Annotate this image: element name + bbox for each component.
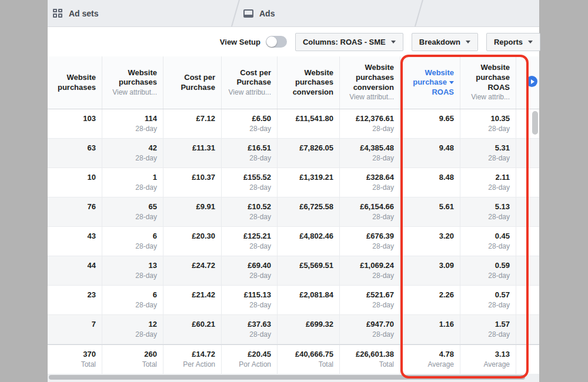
cell-value: £6,154.66 [342, 202, 394, 211]
cell-summary-c3: £14.72Per Action [163, 345, 222, 374]
cell-r8-c5: £699.32 [278, 315, 340, 344]
cell-sublabel: 28-day [463, 242, 510, 250]
cell-value: 9.65 [403, 114, 454, 123]
vertical-scrollbar-thumb[interactable] [532, 111, 538, 135]
cell-sublabel: Por Action [224, 360, 271, 368]
table-row[interactable]: 10311428-day£7.12£6.5028-day£11,541.80£1… [48, 109, 539, 139]
table-row[interactable]: 766528-day£9.91£10.5228-day£6,725.58£6,1… [48, 197, 539, 227]
cell-r6-c8: 0.5928-day [460, 256, 516, 285]
cell-sublabel: 28-day [463, 154, 510, 162]
cell-r4-c6: £6,154.6628-day [340, 197, 400, 226]
cell-r3-c4: £155.5228-day [222, 168, 278, 197]
cell-r2-c5: £7,826.05 [278, 139, 340, 167]
cell-value: 3.20 [403, 232, 454, 240]
scroll-columns-right-button[interactable] [526, 76, 537, 87]
column-header-cost-per-purchase[interactable]: Cost per Purchase [163, 56, 222, 109]
column-title: Cost per Purchase [224, 68, 271, 88]
cell-value: 10 [50, 173, 96, 182]
cell-r6-c7: 3.09 [400, 256, 460, 285]
cell-value: 1.16 [403, 320, 454, 329]
content-area: Ad sets Ads View Setup Columns: ROAS - S… [48, 0, 539, 382]
cell-summary-c6: £26,601.38Total [340, 345, 400, 374]
cell-sublabel: 28-day [224, 330, 271, 339]
column-header-purchase-roas-attr[interactable]: Website purchase ROAS View attrib... [460, 56, 516, 109]
view-setup-label: View Setup [220, 38, 260, 46]
cell-sublabel: Total [280, 360, 333, 368]
column-header-cost-per-purchase-attr[interactable]: Cost per Purchase View attribu... [222, 56, 278, 109]
cell-r1-c7: 9.65 [400, 109, 460, 138]
cell-sublabel: 28-day [224, 301, 271, 309]
cell-value: 2.11 [463, 173, 510, 182]
cell-value: 6 [105, 290, 157, 299]
cell-sublabel: 28-day [224, 242, 271, 250]
cell-r5-c3: £20.30 [163, 227, 222, 256]
table-row[interactable]: 43628-day£20.30£125.2128-day£4,802.46£67… [48, 227, 539, 256]
row-spacer [516, 345, 539, 374]
cell-value: £21.42 [166, 290, 215, 299]
horizontal-scrollbar[interactable] [48, 374, 539, 382]
column-header-website-purchases[interactable]: Website purchases [48, 56, 102, 109]
cell-sublabel: 28-day [105, 213, 157, 221]
tab-ad-sets[interactable]: Ad sets [53, 0, 99, 26]
cell-value: £328.64 [342, 173, 394, 182]
cell-r1-c4: £6.5028-day [222, 109, 278, 138]
columns-dropdown-button[interactable]: Columns: ROAS - SME [295, 33, 403, 51]
tab-ads[interactable]: Ads [243, 0, 275, 26]
tab-bar: Ad sets Ads [48, 0, 539, 27]
column-header-purchases-conversion[interactable]: Website purchases conversion [278, 56, 340, 109]
cell-r2-c3: £11.31 [163, 139, 222, 167]
cell-value: 0.57 [463, 290, 510, 299]
table-row[interactable]: 71228-day£60.21£37.6328-day£699.32£947.7… [48, 315, 539, 344]
cell-sublabel: 28-day [342, 242, 394, 250]
cell-summary-c4: £20.45Por Action [222, 345, 278, 374]
cell-r3-c1: 10 [48, 168, 102, 197]
cell-sublabel: 28-day [342, 272, 394, 280]
column-header-purchase-roas-sorted[interactable]: Website purchase ROAS [400, 56, 460, 109]
cell-r8-c6: £947.7028-day [340, 315, 400, 344]
cell-value: 103 [50, 114, 96, 123]
cell-value: 43 [50, 232, 96, 240]
table-row[interactable]: 634228-day£11.31£16.5128-day£7,826.05£4,… [48, 139, 539, 168]
cell-r3-c6: £328.6428-day [340, 168, 400, 197]
column-header-purchases-conversion-attr[interactable]: Website purchases conversion View attrib… [340, 56, 400, 109]
cell-r8-c2: 1228-day [102, 315, 163, 344]
horizontal-scrollbar-thumb[interactable] [49, 375, 525, 380]
cell-sublabel: 28-day [224, 183, 271, 192]
cell-value: 13 [105, 261, 157, 270]
cell-value: £20.30 [166, 232, 215, 240]
cell-value: 9.48 [403, 143, 454, 152]
cell-sublabel: 28-day [342, 183, 394, 192]
table-row[interactable]: 10128-day£10.37£155.5228-day£1,319.21£32… [48, 168, 539, 197]
cell-r2-c1: 63 [48, 139, 102, 167]
cell-r5-c8: 0.4528-day [460, 227, 516, 256]
reports-dropdown-button[interactable]: Reports [486, 33, 540, 51]
cell-sublabel: Per Action [166, 360, 215, 368]
breakdown-dropdown-button[interactable]: Breakdown [412, 33, 478, 51]
cell-value: £60.21 [166, 320, 215, 329]
table-row[interactable]: 441328-day£24.72£69.4028-day£5,569.51£1,… [48, 256, 539, 286]
cell-sublabel: 28-day [342, 213, 394, 221]
cell-r1-c3: £7.12 [163, 109, 222, 138]
table-row[interactable]: 23628-day£21.42£115.1328-day£2,081.84£52… [48, 286, 539, 315]
chevron-down-icon [466, 41, 470, 43]
cell-sublabel: Average [463, 360, 510, 368]
reports-dropdown-label: Reports [494, 38, 523, 46]
cell-sublabel: 28-day [224, 154, 271, 162]
cell-value: £24.72 [166, 261, 215, 270]
column-title: Cost per Purchase [166, 73, 215, 92]
cell-value: 370 [50, 350, 96, 358]
cell-sublabel: 28-day [105, 242, 157, 250]
view-setup-toggle[interactable] [266, 36, 287, 48]
cell-value: 1 [105, 173, 157, 182]
cell-r5-c6: £676.3928-day [340, 227, 400, 256]
cell-r8-c4: £37.6328-day [222, 315, 278, 344]
chevron-down-icon [391, 41, 396, 43]
sort-chevron-down-icon [449, 81, 454, 84]
cell-r2-c6: £4,385.4828-day [340, 139, 400, 167]
cell-value: £7.12 [166, 114, 215, 123]
cell-r3-c7: 8.48 [400, 168, 460, 197]
column-header-website-purchases-attr[interactable]: Website purchases View attribut... [102, 56, 163, 109]
cell-sublabel: 28-day [342, 301, 394, 309]
view-setup-control: View Setup [220, 36, 287, 48]
cell-sublabel: 28-day [463, 125, 510, 133]
